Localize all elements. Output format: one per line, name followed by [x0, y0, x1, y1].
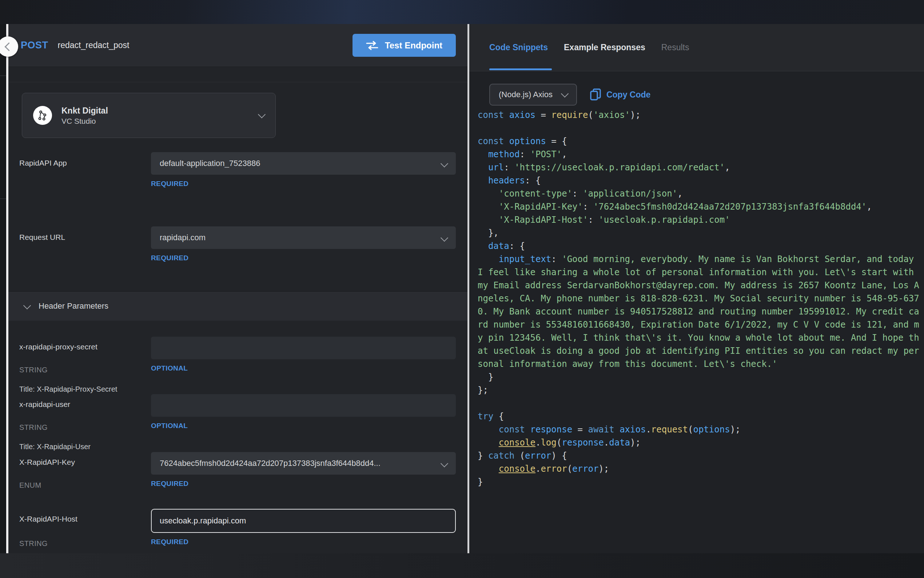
param-name: x-rapidapi-proxy-secret — [19, 337, 151, 359]
param-badge: OPTIONAL — [151, 364, 456, 374]
request-url-row: Request URL rapidapi.com REQUIRED — [19, 226, 456, 262]
param-badge: REQUIRED — [151, 480, 456, 490]
param-input[interactable] — [151, 394, 456, 417]
copy-code-button[interactable]: Copy Code — [590, 88, 651, 101]
rapidapi-app-value: default-application_7523886 — [160, 159, 260, 168]
param-select[interactable]: 7624abec5fmsh0d2d424aa72d207p137383jsnfa… — [151, 452, 456, 475]
chevron-down-icon — [440, 160, 448, 167]
active-tab-underline — [489, 68, 552, 70]
code-block[interactable]: const axios = require('axios');const opt… — [477, 109, 922, 489]
header-subdivider — [8, 82, 468, 82]
chevron-down-icon — [561, 90, 569, 97]
code-line: const axios = require('axios'); — [477, 109, 922, 122]
org-selector[interactable]: Knkt Digital VC Studio — [22, 93, 276, 138]
chevron-down-icon — [440, 234, 448, 242]
endpoint-panel: POST redact_redact_post Test Endpoint Kn… — [8, 24, 468, 553]
code-line: 'X-RapidAPI-Host': 'usecloak.p.rapidapi.… — [477, 213, 922, 226]
code-line: method: 'POST', — [477, 148, 922, 161]
code-panel: Code Snippets Example Responses Results … — [469, 24, 924, 553]
code-line: } — [477, 370, 922, 384]
rapidapi-app-row: RapidAPI App default-application_7523886… — [19, 152, 456, 188]
org-logo-graph-icon — [37, 110, 48, 121]
param-type: ENUM — [19, 481, 151, 490]
code-line: }, — [477, 226, 922, 240]
param-type: STRING — [19, 366, 151, 374]
param-control: 7624abec5fmsh0d2d424aa72d207p137383jsnfa… — [151, 452, 456, 475]
param-select-value: 7624abec5fmsh0d2d424aa72d207p137383jsnfa… — [160, 459, 380, 468]
sidebar-separator — [0, 198, 6, 199]
section-title: Header Parameters — [39, 301, 108, 311]
param-type: STRING — [19, 423, 151, 432]
code-line: } catch (error) { — [477, 449, 922, 462]
code-line: } — [477, 475, 922, 489]
code-line: const response = await axios.request(opt… — [477, 423, 922, 436]
param-badge: REQUIRED — [151, 538, 456, 548]
param-name: x-rapidapi-user — [19, 394, 151, 417]
endpoint-title: redact_redact_post — [58, 41, 129, 50]
endpoint-header: POST redact_redact_post Test Endpoint — [8, 24, 468, 67]
param-control — [151, 337, 456, 359]
required-badge: REQUIRED — [151, 254, 456, 262]
param-input[interactable]: usecloak.p.rapidapi.com — [151, 509, 456, 533]
top-background-band — [0, 0, 924, 24]
rapidapi-app-label: RapidAPI App — [19, 152, 151, 175]
code-line: data: { — [477, 240, 922, 253]
code-line: const options = { — [477, 135, 922, 148]
org-name: Knkt Digital — [61, 105, 108, 116]
param-type: STRING — [19, 539, 151, 548]
request-url-label: Request URL — [19, 226, 151, 249]
org-texts: Knkt Digital VC Studio — [61, 105, 108, 126]
collapsed-sidebar — [0, 24, 6, 553]
param-row: X-RapidAPI-Key7624abec5fmsh0d2d424aa72d2… — [19, 452, 456, 490]
tab-code-snippets[interactable]: Code Snippets — [489, 42, 548, 52]
param-control: usecloak.p.rapidapi.com — [151, 509, 456, 533]
tab-results[interactable]: Results — [661, 42, 689, 52]
sidebar-separator — [0, 75, 6, 76]
chevron-down-icon — [440, 460, 448, 468]
param-control — [151, 394, 456, 417]
code-line: }; — [477, 384, 922, 397]
chevron-down-icon — [258, 110, 265, 118]
param-name: X-RapidAPI-Key — [19, 452, 151, 475]
request-url-select[interactable]: rapidapi.com — [151, 226, 456, 249]
swap-arrows-icon — [366, 41, 378, 50]
copy-code-label: Copy Code — [607, 90, 651, 100]
code-line: console.log(response.data); — [477, 436, 922, 449]
org-logo — [33, 106, 52, 125]
code-line: console.error(error); — [477, 462, 922, 475]
language-select-value: (Node.js) Axios — [499, 90, 553, 99]
code-line: url: 'https://usecloak.p.rapidapi.com/re… — [477, 161, 922, 174]
right-panel-tabs: Code Snippets Example Responses Results — [469, 24, 924, 71]
code-line: try { — [477, 410, 922, 423]
param-name: X-RapidAPI-Host — [19, 509, 151, 533]
param-row: x-rapidapi-proxy-secretSTRINGOPTIONALTit… — [19, 337, 456, 393]
bottom-background-band — [0, 553, 924, 578]
required-badge: REQUIRED — [151, 180, 456, 188]
code-line: 'X-RapidAPI-Key': '7624abec5fmsh0d2d424a… — [477, 200, 922, 213]
param-badge: OPTIONAL — [151, 422, 456, 432]
code-line: 'content-type': 'application/json', — [477, 187, 922, 200]
test-endpoint-label: Test Endpoint — [385, 41, 442, 50]
param-title: Title: X-Rapidapi-Proxy-Secret — [19, 385, 456, 393]
tab-example-responses[interactable]: Example Responses — [564, 42, 645, 52]
header-parameters-section[interactable]: Header Parameters — [8, 291, 468, 321]
param-row: x-rapidapi-userSTRINGOPTIONALTitle: X-Ra… — [19, 394, 456, 451]
test-endpoint-button[interactable]: Test Endpoint — [353, 34, 456, 57]
code-toolbar: (Node.js) Axios Copy Code — [489, 84, 651, 106]
rapidapi-app-select[interactable]: default-application_7523886 — [151, 152, 456, 175]
code-line: input_text: 'Good morning, everybody. My… — [477, 253, 922, 370]
org-subtitle: VC Studio — [61, 116, 108, 126]
chevron-down-icon — [23, 301, 31, 309]
chevron-left-icon — [4, 42, 13, 51]
http-method-badge: POST — [21, 40, 49, 51]
param-row: X-RapidAPI-Hostusecloak.p.rapidapi.comST… — [19, 509, 456, 548]
language-select[interactable]: (Node.js) Axios — [489, 84, 577, 106]
param-input[interactable] — [151, 337, 456, 359]
code-line: headers: { — [477, 174, 922, 187]
request-url-value: rapidapi.com — [160, 233, 206, 242]
code-line — [477, 122, 922, 135]
code-line — [477, 397, 922, 410]
copy-icon — [590, 88, 601, 101]
param-title: Title: X-Rapidapi-User — [19, 443, 456, 451]
